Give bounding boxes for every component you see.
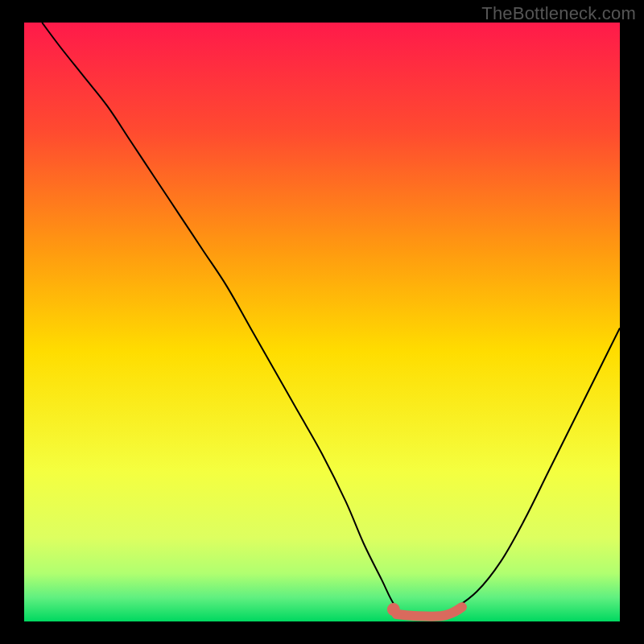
plot-area [24,23,620,621]
chart-svg [24,23,620,621]
watermark-text: TheBottleneck.com [481,3,636,24]
gradient-background [24,23,620,621]
optimal-start-dot [387,603,400,616]
chart-frame: TheBottleneck.com [0,0,644,644]
